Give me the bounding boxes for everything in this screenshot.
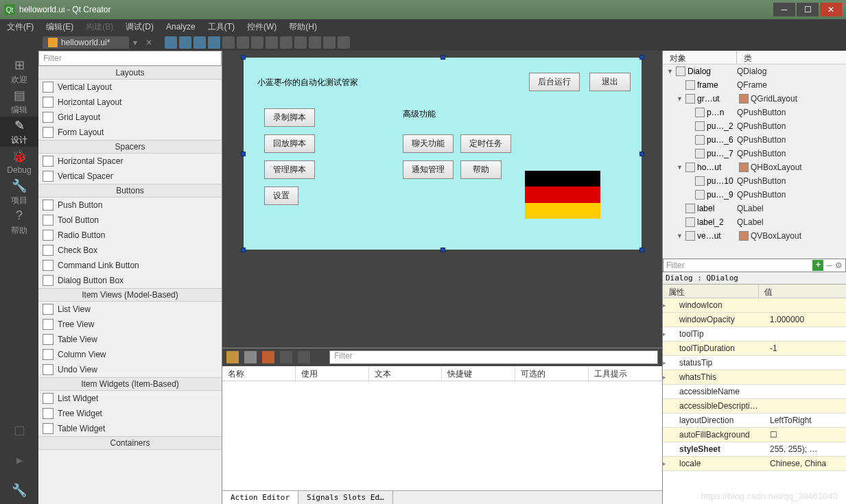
widget-section-header[interactable]: Layouts	[38, 66, 222, 80]
prop-col-name[interactable]: 属性	[663, 285, 759, 298]
build-icon[interactable]: ▸	[0, 445, 38, 475]
widget-item[interactable]: Grid Layout	[38, 110, 222, 125]
toolbar-icon[interactable]	[179, 36, 191, 49]
object-tree-row[interactable]: p…nQPushButton	[663, 106, 846, 119]
object-tree-row[interactable]: frameQFrame	[663, 78, 846, 92]
widget-item[interactable]: Check Box	[38, 243, 222, 258]
mode-欢迎[interactable]: ⊞欢迎	[0, 56, 38, 86]
mode-项目[interactable]: 🔧项目	[0, 177, 38, 207]
widget-item[interactable]: Table View	[38, 332, 222, 347]
object-tree-row[interactable]: pu…_9QPushButton	[663, 188, 846, 202]
action-col[interactable]: 使用	[296, 366, 369, 381]
action-col[interactable]: 名称	[222, 366, 296, 381]
toolbar-icon[interactable]	[222, 36, 235, 49]
widget-item[interactable]: Push Button	[38, 197, 222, 213]
toolbar-icon[interactable]	[208, 36, 220, 49]
dropdown-icon[interactable]: ▾	[133, 38, 137, 47]
property-row[interactable]: accessibleName	[663, 385, 846, 399]
timed-task-button[interactable]: 定时任务	[460, 134, 511, 153]
toolbar-icon[interactable]	[193, 36, 206, 49]
widget-item[interactable]: Column View	[38, 347, 222, 362]
widget-item[interactable]: List View	[38, 302, 222, 317]
build-icon[interactable]: 🔧	[0, 475, 38, 504]
property-row[interactable]: autoFillBackground☐	[663, 428, 846, 442]
chat-button[interactable]: 聊天功能	[403, 134, 454, 153]
widget-item[interactable]: Tree View	[38, 317, 222, 332]
new-action-icon[interactable]	[226, 351, 239, 363]
widget-section-header[interactable]: Buttons	[38, 184, 222, 197]
widget-item[interactable]: Form Layout	[38, 125, 222, 140]
record-script-button[interactable]: 录制脚本	[264, 108, 315, 127]
object-tree-row[interactable]: ▼gr…utQGridLayout	[663, 92, 846, 106]
property-row[interactable]: layoutDirectionLeftToRight	[663, 413, 846, 428]
toolbar-icon[interactable]	[237, 36, 249, 49]
manage-script-button[interactable]: 管理脚本	[264, 160, 315, 179]
exit-button[interactable]: 退出	[589, 73, 631, 91]
copy-action-icon[interactable]	[244, 351, 257, 363]
notification-button[interactable]: 通知管理	[403, 160, 454, 179]
widget-item[interactable]: Table Widget	[38, 421, 222, 436]
widget-section-header[interactable]: Spacers	[38, 140, 222, 154]
menu-item[interactable]: 调试(D)	[126, 21, 154, 33]
object-tree-row[interactable]: pu…_2QPushButton	[663, 119, 846, 133]
menu-item[interactable]: 构建(B)	[86, 21, 113, 33]
widget-item[interactable]: Horizontal Spacer	[38, 154, 222, 169]
widget-item[interactable]: Command Link Button	[38, 258, 222, 273]
object-tree-row[interactable]: pu…_7QPushButton	[663, 147, 846, 160]
toolbar-icon[interactable]	[338, 36, 350, 49]
paste-action-icon[interactable]	[262, 351, 274, 363]
edit-action-icon[interactable]	[298, 351, 310, 363]
mode-帮助[interactable]: ?帮助	[0, 207, 38, 237]
maximize-button[interactable]: ☐	[797, 3, 819, 16]
toolbar-icon[interactable]	[294, 36, 307, 49]
action-list[interactable]	[222, 381, 662, 490]
mode-设计[interactable]: ✎设计	[0, 117, 38, 147]
mode-编辑[interactable]: ▤编辑	[0, 86, 38, 117]
mode-Debug[interactable]: 🐞Debug	[0, 147, 38, 177]
toolbar-icon[interactable]	[309, 36, 321, 49]
widget-item[interactable]: List Widget	[38, 391, 222, 406]
settings-button[interactable]: 设置	[264, 187, 298, 205]
help-button[interactable]: 帮助	[460, 160, 502, 179]
property-row[interactable]: toolTipDuration-1	[663, 341, 846, 356]
bottom-tab[interactable]: Signals Slots Ed…	[298, 491, 393, 504]
action-col[interactable]: 工具提示	[589, 366, 662, 381]
design-canvas-area[interactable]: 小蓝枣-你的自动化测试管家 后台运行 退出 录制脚本 回放脚本 管理脚本 设置 …	[222, 51, 662, 348]
action-filter-input[interactable]: Filter	[329, 350, 658, 364]
action-col[interactable]: 快捷键	[442, 366, 515, 381]
menu-item[interactable]: 文件(F)	[7, 21, 34, 33]
property-row[interactable]: windowOpacity1.000000	[663, 313, 846, 327]
toolbar-icon[interactable]	[266, 36, 278, 49]
menu-item[interactable]: 工具(T)	[208, 21, 235, 33]
widget-item[interactable]: Tool Button	[38, 213, 222, 228]
toolbar-icon[interactable]	[280, 36, 292, 49]
bottom-tab[interactable]: Action Editor	[222, 491, 298, 504]
property-row[interactable]: styleSheet255, 255); …	[663, 442, 846, 457]
objtree-col-object[interactable]: 对象	[663, 51, 737, 64]
editor-tab[interactable]: helloworld.ui*	[43, 36, 129, 49]
widget-item[interactable]: Tree Widget	[38, 406, 222, 421]
object-tree-row[interactable]: ▼DialogQDialog	[663, 64, 846, 78]
property-row[interactable]: ▸statusTip	[663, 356, 846, 370]
build-icon[interactable]: ▢	[0, 415, 38, 445]
object-tree-row[interactable]: ▼ho…utQHBoxLayout	[663, 160, 846, 174]
property-row[interactable]: ▸localeChinese, China	[663, 457, 846, 471]
property-row[interactable]: ▸toolTip	[663, 327, 846, 341]
playback-script-button[interactable]: 回放脚本	[264, 134, 315, 153]
dialog-form[interactable]: 小蓝枣-你的自动化测试管家 后台运行 退出 录制脚本 回放脚本 管理脚本 设置 …	[244, 58, 642, 250]
object-tree-row[interactable]: labelQLabel	[663, 202, 846, 215]
close-button[interactable]: ✕	[820, 3, 842, 16]
property-filter-input[interactable]: Filter + ─ ⚙	[663, 259, 846, 272]
widget-item[interactable]: Horizontal Layout	[38, 95, 222, 110]
prop-col-value[interactable]: 值	[759, 285, 778, 298]
object-tree-row[interactable]: pu…10QPushButton	[663, 174, 846, 188]
widget-section-header[interactable]: Item Widgets (Item-Based)	[38, 377, 222, 391]
widget-item[interactable]: Radio Button	[38, 228, 222, 243]
add-property-icon[interactable]: +	[812, 260, 823, 271]
delete-action-icon[interactable]	[280, 351, 292, 363]
toolbar-icon[interactable]	[165, 36, 177, 49]
menu-item[interactable]: 编辑(E)	[46, 21, 73, 33]
menu-item[interactable]: 帮助(H)	[289, 21, 317, 33]
toolbar-icon[interactable]	[251, 36, 263, 49]
object-tree-row[interactable]: label_2QLabel	[663, 215, 846, 229]
